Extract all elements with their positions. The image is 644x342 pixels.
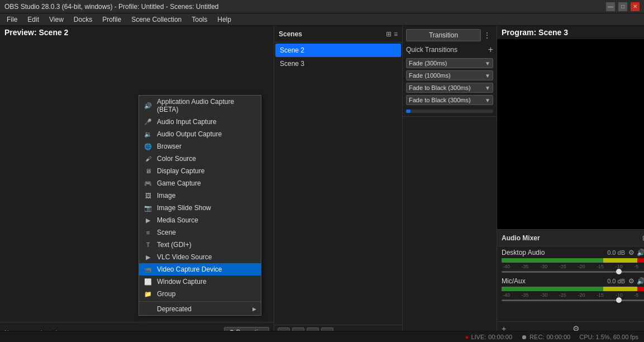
fade-dropdown-4[interactable]: Fade to Black (300ms) ▼ [406,95,493,105]
color-source-icon: 🖌 [144,155,152,162]
statusbar: ● LIVE: 00:00:00 ⏺ REC: 00:00:00 CPU: 1.… [0,331,644,342]
menu-help[interactable]: Help [213,15,236,25]
ctx-audio-input[interactable]: 🎤 Audio Input Capture [139,116,261,128]
desktop-audio-track: Desktop Audio 0.0 dB ⚙ 🔊 ⋮ [497,246,644,275]
mic-aux-header: Mic/Aux 0.0 dB ⚙ 🔊 ⋮ [502,277,644,285]
fade-chevron-1: ▼ [485,60,490,66]
fade-select-3: Fade to Black (300ms) ▼ [406,83,493,93]
rec-label: REC: [529,334,544,340]
mic-aux-volume-row [502,300,644,301]
transition-more-button[interactable]: ⋮ [481,31,493,40]
fade-select-1: Fade (300ms) ▼ [406,58,493,68]
ctx-color-source[interactable]: 🖌 Color Source [139,153,261,165]
scenes-panel: Scenes ⊞ ≡ Scene 2 Scene 3 + 🗑 ↑ ↓ [274,26,402,342]
menubar: File Edit View Docks Profile Scene Colle… [0,13,644,26]
fade-dropdown-3[interactable]: Fade to Black (300ms) ▼ [406,83,493,93]
ctx-game-capture[interactable]: 🎮 Game Capture [139,177,261,189]
desktop-audio-volume-slider[interactable] [502,271,644,273]
mic-aux-mute-button[interactable]: 🔊 [637,277,644,285]
ctx-image[interactable]: 🖼 Image [139,189,261,202]
cpu-status: CPU: 1.5%, 60.00 fps [579,334,638,340]
desktop-audio-meter-labels: -40 -35 -30 -25 -20 -15 -10 -5 0 [502,264,644,269]
quick-transitions-add-button[interactable]: + [488,45,493,55]
desktop-audio-volume-row [502,271,644,273]
image-slideshow-icon: 📷 [144,205,152,212]
program-area: Program: Scene 3 Audio Mixer ⊞ ≡ Desktop… [497,26,644,342]
media-source-icon: ▶ [144,217,152,224]
ctx-browser[interactable]: 🌐 Browser [139,140,261,153]
titlebar-title: OBS Studio 28.0.3 (64-bit, windows) - Pr… [4,3,219,11]
fade-dropdown-1[interactable]: Fade (300ms) ▼ [406,58,493,68]
fade-chevron-3: ▼ [485,85,490,91]
bottom-row: Audio Mixer ⊞ ≡ Desktop Audio 0.0 dB ⚙ 🔊 [497,229,644,335]
maximize-button[interactable]: □ [618,2,627,11]
ctx-display-capture[interactable]: 🖥 Display Capture [139,165,261,177]
scene-item-scene3[interactable]: Scene 3 [275,57,401,70]
ctx-text-gdi[interactable]: T Text (GDI+) [139,239,261,251]
ctx-audio-output[interactable]: 🔉 Audio Output Capture [139,128,261,140]
main-layout: Preview: Scene 2 🔊 Application Audio Cap… [0,26,644,342]
menu-file[interactable]: File [2,15,22,25]
transition-header: Transition ⋮ [406,29,493,41]
mic-aux-volume-slider[interactable] [502,300,644,301]
titlebar: OBS Studio 28.0.3 (64-bit, windows) - Pr… [0,0,644,13]
ctx-vlc-video[interactable]: ▶ VLC Video Source [139,251,261,263]
mic-aux-volume-thumb [616,297,622,303]
mic-aux-meter [502,287,644,291]
app-audio-icon: 🔊 [144,102,152,110]
fade-dropdown-2[interactable]: Fade (1000ms) ▼ [406,70,493,80]
menu-scene-collection[interactable]: Scene Collection [127,15,186,25]
ctx-window-capture[interactable]: ⬜ Window Capture [139,276,261,288]
mic-aux-name: Mic/Aux [502,277,526,285]
scene-list: Scene 2 Scene 3 [274,42,402,325]
minimize-button[interactable]: — [606,2,615,11]
mic-aux-settings-button[interactable]: ⚙ [628,277,635,285]
preview-wrapper: 🔊 Application Audio Capture (BETA) 🎤 Aud… [0,39,274,322]
ctx-scene[interactable]: ≡ Scene [139,226,261,239]
mic-aux-db: 0.0 dB [607,278,625,284]
menu-docks[interactable]: Docks [69,15,97,25]
rec-icon: ⏺ [521,334,527,340]
transition-progress [406,110,493,113]
audio-mixer-title: Audio Mixer [502,234,540,242]
mic-aux-icons: ⚙ 🔊 ⋮ [628,277,644,285]
scenes-filter-button[interactable]: ⊞ [386,30,392,38]
rec-status: ⏺ REC: 00:00:00 [521,334,570,340]
menu-profile[interactable]: Profile [98,15,126,25]
desktop-audio-meter [502,258,644,263]
text-gdi-icon: T [144,241,152,248]
ctx-deprecated[interactable]: Deprecated [139,303,261,315]
transition-area: Transition ⋮ Quick Transitions + Fade (3… [403,26,497,117]
desktop-audio-settings-button[interactable]: ⚙ [628,249,635,256]
left-panel: Preview: Scene 2 🔊 Application Audio Cap… [0,26,274,342]
display-capture-icon: 🖥 [144,168,152,174]
group-icon: 📁 [144,291,152,298]
ctx-video-capture[interactable]: 📹 Video Capture Device [139,263,261,276]
transition-button[interactable]: Transition [406,29,481,41]
menu-view[interactable]: View [45,15,68,25]
mic-aux-meter-labels: -40 -35 -30 -25 -20 -15 -10 -5 0 [502,292,644,298]
desktop-audio-volume-thumb [616,269,622,274]
fade-chevron-2: ▼ [485,73,490,79]
ctx-image-slideshow[interactable]: 📷 Image Slide Show [139,202,261,214]
ctx-app-audio[interactable]: 🔊 Application Audio Capture (BETA) [139,96,261,116]
rec-time: 00:00:00 [546,334,570,340]
image-icon: 🖼 [144,192,152,199]
live-time: 00:00:00 [488,334,512,340]
ctx-media-source[interactable]: ▶ Media Source [139,214,261,226]
scenes-more-button[interactable]: ≡ [394,30,398,38]
audio-mixer-header: Audio Mixer ⊞ ≡ [497,230,644,246]
desktop-audio-mute-button[interactable]: 🔊 [637,249,644,256]
close-button[interactable]: ✕ [631,2,640,11]
scenes-header-buttons: ⊞ ≡ [386,30,398,38]
scene-item-scene2[interactable]: Scene 2 [275,44,401,57]
fade-select-4: Fade to Black (300ms) ▼ [406,95,493,105]
menu-edit[interactable]: Edit [23,15,44,25]
cpu-value: CPU: 1.5%, 60.00 fps [579,334,638,340]
ctx-group[interactable]: 📁 Group [139,288,261,300]
mic-aux-track: Mic/Aux 0.0 dB ⚙ 🔊 ⋮ -40 [497,275,644,303]
program-label: Program: Scene 3 [497,26,644,39]
desktop-audio-db: 0.0 dB [607,249,625,256]
audio-mixer: Audio Mixer ⊞ ≡ Desktop Audio 0.0 dB ⚙ 🔊 [497,230,644,335]
menu-tools[interactable]: Tools [187,15,212,25]
